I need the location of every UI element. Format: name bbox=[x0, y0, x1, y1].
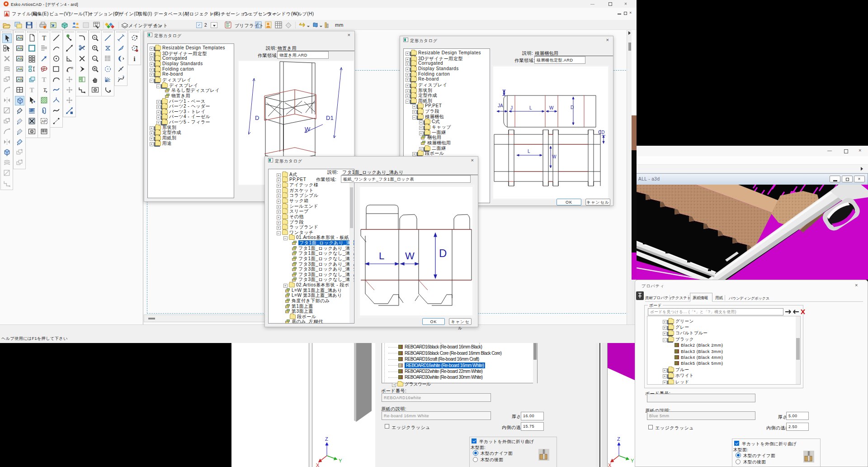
svg-text:Y: Y bbox=[631, 458, 634, 463]
svg-text:X: X bbox=[608, 462, 612, 467]
svg-text:R: R bbox=[71, 66, 73, 70]
svg-text:CD: CD bbox=[598, 130, 604, 135]
svg-text:T: T bbox=[42, 76, 47, 83]
svg-text:L: L bbox=[379, 250, 384, 262]
svg-text:2: 2 bbox=[123, 76, 124, 78]
svg-text:J: J bbox=[510, 105, 513, 110]
svg-text:Y: Y bbox=[339, 458, 342, 463]
svg-text:L: L bbox=[529, 105, 532, 110]
svg-text:T: T bbox=[42, 34, 46, 42]
svg-text:T: T bbox=[30, 86, 34, 94]
svg-text:+: + bbox=[94, 35, 96, 40]
svg-text:−: − bbox=[94, 56, 96, 61]
svg-text:D: D bbox=[439, 247, 447, 259]
svg-text:JA: JA bbox=[498, 103, 503, 108]
svg-text:D1: D1 bbox=[326, 114, 334, 121]
svg-text:Z: Z bbox=[617, 436, 620, 442]
svg-text:AP: AP bbox=[42, 119, 47, 124]
svg-text:D: D bbox=[571, 105, 574, 110]
svg-text:W: W bbox=[549, 105, 554, 110]
svg-text:1: 1 bbox=[118, 77, 120, 80]
svg-text:Z: Z bbox=[325, 436, 328, 442]
svg-text:W: W bbox=[552, 154, 557, 159]
svg-text:D: D bbox=[255, 114, 259, 121]
svg-text:i: i bbox=[134, 56, 136, 62]
svg-text:L: L bbox=[528, 149, 530, 154]
svg-text:W: W bbox=[305, 126, 311, 133]
svg-text:W: W bbox=[405, 250, 415, 262]
svg-text:X: X bbox=[316, 462, 320, 467]
